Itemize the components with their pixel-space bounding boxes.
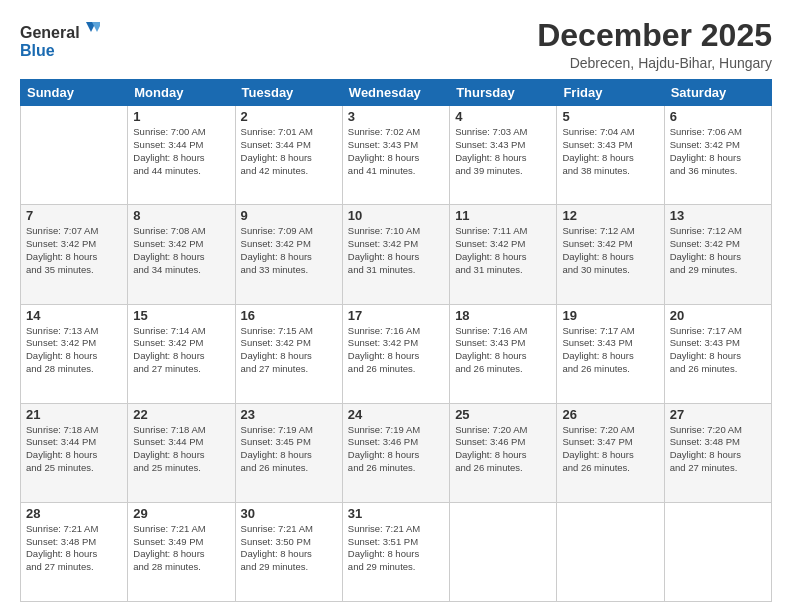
day-number: 6	[670, 109, 766, 124]
calendar-day-header: Sunday	[21, 80, 128, 106]
logo-svg: General Blue	[20, 18, 100, 64]
calendar-day-cell: 27Sunrise: 7:20 AM Sunset: 3:48 PM Dayli…	[664, 403, 771, 502]
calendar-day-cell: 3Sunrise: 7:02 AM Sunset: 3:43 PM Daylig…	[342, 106, 449, 205]
calendar-day-cell: 23Sunrise: 7:19 AM Sunset: 3:45 PM Dayli…	[235, 403, 342, 502]
day-number: 12	[562, 208, 658, 223]
day-number: 26	[562, 407, 658, 422]
day-info: Sunrise: 7:16 AM Sunset: 3:43 PM Dayligh…	[455, 325, 551, 376]
day-info: Sunrise: 7:14 AM Sunset: 3:42 PM Dayligh…	[133, 325, 229, 376]
calendar-header-row: SundayMondayTuesdayWednesdayThursdayFrid…	[21, 80, 772, 106]
day-info: Sunrise: 7:04 AM Sunset: 3:43 PM Dayligh…	[562, 126, 658, 177]
calendar-day-cell: 11Sunrise: 7:11 AM Sunset: 3:42 PM Dayli…	[450, 205, 557, 304]
day-number: 7	[26, 208, 122, 223]
day-info: Sunrise: 7:08 AM Sunset: 3:42 PM Dayligh…	[133, 225, 229, 276]
calendar-day-cell: 10Sunrise: 7:10 AM Sunset: 3:42 PM Dayli…	[342, 205, 449, 304]
day-number: 2	[241, 109, 337, 124]
calendar-day-header: Friday	[557, 80, 664, 106]
day-number: 18	[455, 308, 551, 323]
day-number: 17	[348, 308, 444, 323]
calendar-day-cell	[664, 502, 771, 601]
calendar-day-cell: 13Sunrise: 7:12 AM Sunset: 3:42 PM Dayli…	[664, 205, 771, 304]
day-number: 19	[562, 308, 658, 323]
day-info: Sunrise: 7:09 AM Sunset: 3:42 PM Dayligh…	[241, 225, 337, 276]
calendar-day-cell: 21Sunrise: 7:18 AM Sunset: 3:44 PM Dayli…	[21, 403, 128, 502]
day-info: Sunrise: 7:21 AM Sunset: 3:49 PM Dayligh…	[133, 523, 229, 574]
day-number: 20	[670, 308, 766, 323]
header: General Blue December 2025 Debrecen, Haj…	[20, 18, 772, 71]
day-number: 28	[26, 506, 122, 521]
day-number: 5	[562, 109, 658, 124]
day-number: 23	[241, 407, 337, 422]
calendar-day-cell: 20Sunrise: 7:17 AM Sunset: 3:43 PM Dayli…	[664, 304, 771, 403]
day-number: 3	[348, 109, 444, 124]
calendar-day-cell: 14Sunrise: 7:13 AM Sunset: 3:42 PM Dayli…	[21, 304, 128, 403]
calendar-day-cell: 31Sunrise: 7:21 AM Sunset: 3:51 PM Dayli…	[342, 502, 449, 601]
day-number: 21	[26, 407, 122, 422]
calendar-day-cell: 29Sunrise: 7:21 AM Sunset: 3:49 PM Dayli…	[128, 502, 235, 601]
calendar-day-cell: 2Sunrise: 7:01 AM Sunset: 3:44 PM Daylig…	[235, 106, 342, 205]
day-number: 16	[241, 308, 337, 323]
day-info: Sunrise: 7:20 AM Sunset: 3:47 PM Dayligh…	[562, 424, 658, 475]
page: General Blue December 2025 Debrecen, Haj…	[0, 0, 792, 612]
day-info: Sunrise: 7:00 AM Sunset: 3:44 PM Dayligh…	[133, 126, 229, 177]
day-number: 8	[133, 208, 229, 223]
day-info: Sunrise: 7:02 AM Sunset: 3:43 PM Dayligh…	[348, 126, 444, 177]
day-info: Sunrise: 7:21 AM Sunset: 3:50 PM Dayligh…	[241, 523, 337, 574]
calendar-day-cell	[557, 502, 664, 601]
calendar-day-cell: 6Sunrise: 7:06 AM Sunset: 3:42 PM Daylig…	[664, 106, 771, 205]
logo-general: General	[20, 24, 80, 41]
day-number: 10	[348, 208, 444, 223]
location-subtitle: Debrecen, Hajdu-Bihar, Hungary	[537, 55, 772, 71]
calendar-day-header: Thursday	[450, 80, 557, 106]
day-info: Sunrise: 7:11 AM Sunset: 3:42 PM Dayligh…	[455, 225, 551, 276]
day-info: Sunrise: 7:06 AM Sunset: 3:42 PM Dayligh…	[670, 126, 766, 177]
day-number: 9	[241, 208, 337, 223]
calendar-day-cell	[450, 502, 557, 601]
day-info: Sunrise: 7:12 AM Sunset: 3:42 PM Dayligh…	[562, 225, 658, 276]
day-info: Sunrise: 7:16 AM Sunset: 3:42 PM Dayligh…	[348, 325, 444, 376]
day-number: 13	[670, 208, 766, 223]
day-info: Sunrise: 7:19 AM Sunset: 3:45 PM Dayligh…	[241, 424, 337, 475]
calendar-day-header: Monday	[128, 80, 235, 106]
calendar-day-cell: 18Sunrise: 7:16 AM Sunset: 3:43 PM Dayli…	[450, 304, 557, 403]
day-info: Sunrise: 7:18 AM Sunset: 3:44 PM Dayligh…	[26, 424, 122, 475]
day-info: Sunrise: 7:17 AM Sunset: 3:43 PM Dayligh…	[562, 325, 658, 376]
calendar-day-cell: 26Sunrise: 7:20 AM Sunset: 3:47 PM Dayli…	[557, 403, 664, 502]
calendar-day-cell: 30Sunrise: 7:21 AM Sunset: 3:50 PM Dayli…	[235, 502, 342, 601]
day-number: 1	[133, 109, 229, 124]
day-info: Sunrise: 7:17 AM Sunset: 3:43 PM Dayligh…	[670, 325, 766, 376]
day-number: 30	[241, 506, 337, 521]
calendar-day-cell: 28Sunrise: 7:21 AM Sunset: 3:48 PM Dayli…	[21, 502, 128, 601]
calendar-day-header: Saturday	[664, 80, 771, 106]
day-info: Sunrise: 7:12 AM Sunset: 3:42 PM Dayligh…	[670, 225, 766, 276]
day-number: 24	[348, 407, 444, 422]
calendar-day-cell: 7Sunrise: 7:07 AM Sunset: 3:42 PM Daylig…	[21, 205, 128, 304]
day-number: 22	[133, 407, 229, 422]
day-info: Sunrise: 7:01 AM Sunset: 3:44 PM Dayligh…	[241, 126, 337, 177]
calendar-day-header: Tuesday	[235, 80, 342, 106]
calendar-day-cell: 1Sunrise: 7:00 AM Sunset: 3:44 PM Daylig…	[128, 106, 235, 205]
calendar-day-cell: 4Sunrise: 7:03 AM Sunset: 3:43 PM Daylig…	[450, 106, 557, 205]
day-info: Sunrise: 7:21 AM Sunset: 3:48 PM Dayligh…	[26, 523, 122, 574]
day-number: 31	[348, 506, 444, 521]
calendar-day-cell: 5Sunrise: 7:04 AM Sunset: 3:43 PM Daylig…	[557, 106, 664, 205]
calendar-day-cell: 16Sunrise: 7:15 AM Sunset: 3:42 PM Dayli…	[235, 304, 342, 403]
calendar-day-cell: 8Sunrise: 7:08 AM Sunset: 3:42 PM Daylig…	[128, 205, 235, 304]
calendar-day-cell: 24Sunrise: 7:19 AM Sunset: 3:46 PM Dayli…	[342, 403, 449, 502]
calendar-table: SundayMondayTuesdayWednesdayThursdayFrid…	[20, 79, 772, 602]
calendar-day-cell: 15Sunrise: 7:14 AM Sunset: 3:42 PM Dayli…	[128, 304, 235, 403]
calendar-day-cell: 9Sunrise: 7:09 AM Sunset: 3:42 PM Daylig…	[235, 205, 342, 304]
day-info: Sunrise: 7:20 AM Sunset: 3:48 PM Dayligh…	[670, 424, 766, 475]
day-info: Sunrise: 7:20 AM Sunset: 3:46 PM Dayligh…	[455, 424, 551, 475]
calendar-day-cell: 12Sunrise: 7:12 AM Sunset: 3:42 PM Dayli…	[557, 205, 664, 304]
calendar-week-row: 28Sunrise: 7:21 AM Sunset: 3:48 PM Dayli…	[21, 502, 772, 601]
calendar-day-cell: 25Sunrise: 7:20 AM Sunset: 3:46 PM Dayli…	[450, 403, 557, 502]
month-title: December 2025	[537, 18, 772, 53]
day-info: Sunrise: 7:10 AM Sunset: 3:42 PM Dayligh…	[348, 225, 444, 276]
calendar-week-row: 14Sunrise: 7:13 AM Sunset: 3:42 PM Dayli…	[21, 304, 772, 403]
day-number: 11	[455, 208, 551, 223]
calendar-week-row: 21Sunrise: 7:18 AM Sunset: 3:44 PM Dayli…	[21, 403, 772, 502]
day-number: 27	[670, 407, 766, 422]
day-number: 4	[455, 109, 551, 124]
calendar-day-cell: 22Sunrise: 7:18 AM Sunset: 3:44 PM Dayli…	[128, 403, 235, 502]
